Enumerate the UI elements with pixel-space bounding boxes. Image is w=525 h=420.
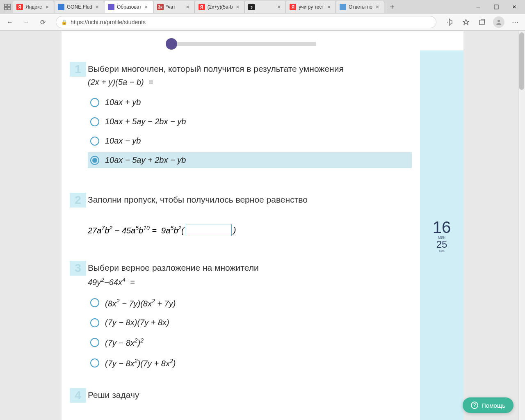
- question-number: 3: [70, 261, 86, 276]
- tab-close-icon[interactable]: ×: [276, 4, 282, 10]
- tab-close-icon[interactable]: ×: [44, 4, 50, 10]
- svg-rect-6: [479, 20, 484, 25]
- timer: 16 мин 25 сек: [433, 218, 451, 253]
- favorites-icon[interactable]: [459, 16, 472, 29]
- progress-track: [176, 42, 316, 46]
- favicon: Я: [290, 4, 296, 10]
- browser-tab[interactable]: 3к *чат ×: [154, 1, 195, 13]
- svg-rect-0: [5, 4, 7, 7]
- close-window-button[interactable]: ✕: [505, 1, 523, 13]
- url-text: https://uchi.ru/profile/students: [71, 19, 431, 25]
- svg-rect-2: [5, 7, 7, 10]
- svg-rect-1: [8, 4, 10, 7]
- question-text: Реши задачу: [88, 388, 139, 401]
- svg-rect-4: [494, 5, 498, 9]
- browser-tab[interactable]: Ответы по ×: [336, 1, 384, 13]
- option-text: 10ax + yb: [105, 98, 141, 107]
- tab-title: учи ру тест: [299, 4, 324, 10]
- answer-option[interactable]: 10ax − 5ay + 2bx − yb: [88, 152, 412, 168]
- favicon: 3к: [157, 4, 164, 10]
- radio-icon: [90, 318, 99, 327]
- question-text: Выбери верное разложение на множители: [88, 261, 259, 274]
- favicon: з: [248, 4, 255, 10]
- help-icon: ?: [471, 402, 478, 409]
- tab-close-icon[interactable]: ×: [185, 4, 191, 10]
- svg-rect-3: [8, 7, 10, 10]
- radio-icon: [90, 156, 99, 165]
- radio-icon: [90, 98, 99, 107]
- new-tab-button[interactable]: +: [386, 1, 398, 13]
- tab-close-icon[interactable]: ×: [326, 4, 332, 10]
- back-button[interactable]: ←: [3, 16, 16, 29]
- option-text: (8x2 − 7y)(8x2 + 7y): [105, 298, 176, 308]
- help-label: Помощь: [482, 402, 505, 409]
- progress-bar: [70, 31, 412, 62]
- read-aloud-icon[interactable]: [443, 16, 456, 29]
- scrollbar[interactable]: [518, 31, 525, 420]
- content-container: 1 Выбери многочлен, который получится в …: [62, 31, 463, 420]
- answer-option[interactable]: 10ax − yb: [88, 133, 412, 149]
- radio-icon: [90, 358, 99, 368]
- browser-tab[interactable]: GONE.Flud ×: [55, 1, 104, 13]
- browser-tab[interactable]: Я учи ру тест ×: [286, 1, 336, 13]
- answer-option[interactable]: (7y − 8x)(7y + 8x): [88, 315, 412, 331]
- browser-chrome: Я Яндекс × GONE.Flud × Образоват ×3к *ча…: [0, 0, 525, 31]
- radio-icon: [90, 117, 99, 126]
- tab-close-icon[interactable]: ×: [234, 4, 241, 10]
- favicon: [340, 4, 346, 10]
- forward-button[interactable]: →: [20, 16, 33, 29]
- nav-bar: ← → ⟳ 🔒 https://uchi.ru/profile/students…: [0, 14, 525, 30]
- question-number: 4: [70, 388, 86, 403]
- scrollbar-thumb[interactable]: [519, 32, 524, 90]
- favicon: [58, 4, 64, 10]
- help-button[interactable]: ? Помощь: [463, 397, 514, 413]
- radio-icon: [90, 338, 99, 347]
- browser-tab[interactable]: Я Яндекс ×: [13, 1, 54, 13]
- browser-tab[interactable]: Я (2x+y)(5a-b ×: [195, 1, 245, 13]
- option-text: 10ax + 5ay − 2bx − yb: [105, 117, 186, 126]
- tab-close-icon[interactable]: ×: [143, 4, 150, 10]
- reload-button[interactable]: ⟳: [36, 16, 49, 29]
- more-menu-button[interactable]: ⋯: [509, 16, 522, 29]
- question-2: 2 Заполни пропуск, чтобы получилось верн…: [70, 193, 412, 236]
- tab-title: Ответы по: [349, 4, 372, 10]
- option-text: (7y − 8x)(7y + 8x): [105, 318, 169, 327]
- tab-title: Яндекс: [25, 4, 42, 10]
- svg-point-5: [447, 22, 448, 23]
- browser-tab[interactable]: Образоват ×: [105, 1, 153, 13]
- answer-option[interactable]: 10ax + yb: [88, 94, 412, 110]
- radio-icon: [90, 298, 99, 307]
- question-1: 1 Выбери многочлен, который получится в …: [70, 62, 412, 168]
- fill-blank-input[interactable]: [186, 224, 232, 236]
- tab-bar: Я Яндекс × GONE.Flud × Образоват ×3к *ча…: [0, 0, 525, 14]
- answer-option[interactable]: 10ax + 5ay − 2bx − yb: [88, 114, 412, 130]
- question-expression: (2x + y)(5a − b) =: [88, 78, 412, 87]
- tab-close-icon[interactable]: ×: [374, 4, 381, 10]
- favicon: [108, 4, 114, 10]
- progress-marker: [166, 38, 177, 50]
- timer-sidebar: 16 мин 25 сек: [420, 50, 463, 420]
- tab-title: GONE.Flud: [67, 4, 92, 10]
- minimize-button[interactable]: ─: [469, 1, 487, 13]
- answer-option[interactable]: (7y − 8x2)2: [88, 334, 412, 351]
- equation: 27a7b2 − 45a5b10 = 9a5b2( ): [88, 224, 412, 236]
- tab-overview-button[interactable]: [2, 1, 13, 13]
- option-text: 10ax − yb: [105, 136, 141, 146]
- questions-column: 1 Выбери многочлен, который получится в …: [62, 31, 420, 420]
- collections-icon[interactable]: [476, 16, 489, 29]
- svg-point-7: [498, 20, 500, 22]
- question-number: 1: [70, 62, 86, 77]
- page-viewport: 1 Выбери многочлен, который получится в …: [0, 31, 525, 420]
- browser-tab[interactable]: з ×: [245, 1, 286, 13]
- question-number: 2: [70, 193, 86, 208]
- question-4: 4 Реши задачу: [70, 388, 412, 403]
- favicon: Я: [16, 4, 23, 10]
- radio-icon: [90, 137, 99, 146]
- maximize-button[interactable]: [487, 1, 505, 13]
- tab-close-icon[interactable]: ×: [94, 4, 100, 10]
- profile-button[interactable]: [492, 16, 505, 29]
- question-text: Выбери многочлен, который получится в ре…: [88, 62, 344, 75]
- address-bar[interactable]: 🔒 https://uchi.ru/profile/students: [56, 16, 436, 28]
- answer-option[interactable]: (8x2 − 7y)(8x2 + 7y): [88, 294, 412, 312]
- answer-option[interactable]: (7y − 8x2)(7y + 8x2): [88, 354, 412, 372]
